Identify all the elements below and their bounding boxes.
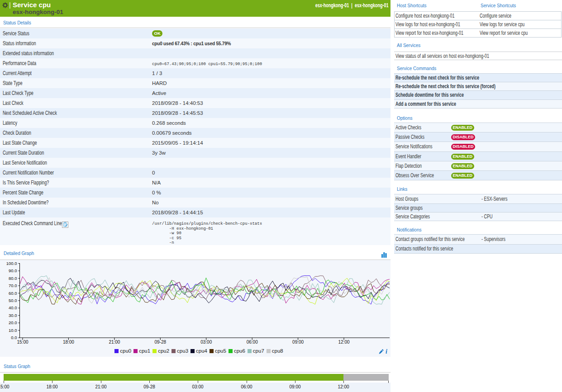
- svg-text:30.0: 30.0: [9, 313, 17, 318]
- svg-text:21:00: 21:00: [109, 340, 120, 345]
- svg-text:06:00: 06:00: [247, 340, 258, 345]
- svg-text:20.0: 20.0: [9, 320, 17, 325]
- svg-text:50.0: 50.0: [9, 298, 17, 303]
- svg-text:80.0: 80.0: [9, 276, 17, 281]
- svg-text:15:00: 15:00: [17, 340, 28, 345]
- svg-text:12:00: 12:00: [338, 340, 349, 345]
- svg-text:100.0: 100.0: [6, 261, 17, 266]
- svg-text:09:00: 09:00: [292, 340, 304, 345]
- svg-text:60.0: 60.0: [9, 291, 17, 296]
- svg-text:10.0: 10.0: [9, 328, 17, 333]
- svg-text:03:00: 03:00: [200, 340, 212, 345]
- svg-text:70.0: 70.0: [9, 283, 17, 288]
- svg-text:09-28: 09-28: [155, 340, 167, 345]
- svg-text:40.0: 40.0: [9, 305, 17, 310]
- svg-text:90.0: 90.0: [9, 268, 17, 273]
- svg-text:18:00: 18:00: [63, 340, 74, 345]
- svg-text:0.0: 0.0: [11, 335, 17, 340]
